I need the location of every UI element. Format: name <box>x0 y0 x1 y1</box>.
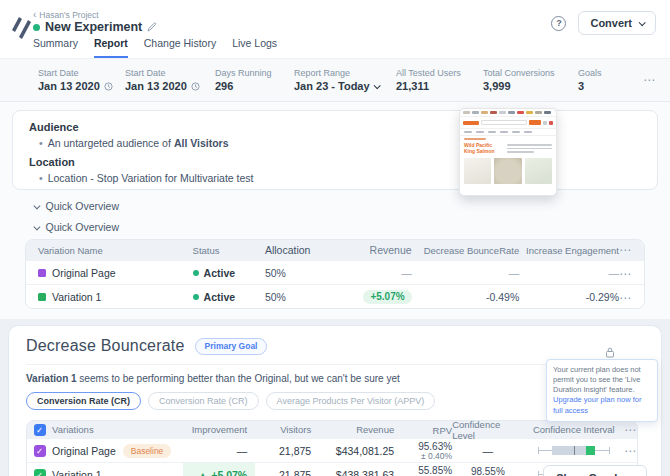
stats-more-icon[interactable]: ⋯ <box>643 74 656 86</box>
report-body: Audience •An untargeted audience ofAll V… <box>0 102 670 319</box>
stat-start-date: Start Date Jan 13 2020 <box>38 68 125 92</box>
thumb-account-icon <box>543 121 547 125</box>
chevron-down-icon <box>373 82 380 89</box>
stats-bar: Start Date Jan 13 2020 Start Date Jan 13… <box>0 58 670 102</box>
clock-icon <box>191 82 200 91</box>
upgrade-link[interactable]: Upgrade your plan now for full access <box>553 395 641 414</box>
breadcrumb[interactable]: ‹Hasan's Project <box>33 9 99 20</box>
results-row-original: ✓ Original PageBaseline — 21,875 $434,08… <box>27 438 637 462</box>
clock-icon <box>104 82 113 91</box>
audience-card: Audience •An untargeted audience ofAll V… <box>12 110 658 190</box>
experiment-title: New Experiment <box>45 20 142 34</box>
chip-conversion-rate[interactable]: Conversion Rate (CR) <box>26 392 141 410</box>
chevron-down-icon <box>34 202 40 208</box>
improvement-cell: ▲ +5.07% <box>183 463 255 476</box>
experiment-status-dot <box>33 24 40 31</box>
tab-summary[interactable]: Summary <box>33 37 78 58</box>
variation-color-swatch <box>38 269 46 277</box>
breadcrumb-label: Hasan's Project <box>39 10 98 20</box>
quick-overview-toggle-2[interactable]: Quick Overview <box>12 218 658 236</box>
goal-section: Decrease Bouncerate Primary Goal Variati… <box>8 325 662 476</box>
stat-total-conversions: Total Conversions 3,999 <box>483 68 578 92</box>
quick-table-header: Variation Name Status Allocation Revenue… <box>26 240 644 260</box>
tab-change-history[interactable]: Change History <box>144 37 216 58</box>
experiment-title-row: New Experiment <box>33 20 157 34</box>
status-badge: Active <box>193 267 265 279</box>
quick-overview-toggle[interactable]: Quick Overview <box>12 197 658 215</box>
thumb-cart-icon <box>549 121 553 125</box>
column-options-icon[interactable]: ⋯ <box>619 243 632 257</box>
status-badge: Active <box>193 291 265 303</box>
bullet-icon: • <box>39 137 43 149</box>
thumb-search-button <box>529 120 541 125</box>
select-all-checkbox[interactable]: ✓ <box>34 424 46 436</box>
edit-icon[interactable] <box>147 22 157 32</box>
show-graph-button[interactable]: Show Graph <box>543 465 647 476</box>
row-checkbox[interactable]: ✓ <box>34 445 46 457</box>
thumb-search-bar <box>481 120 527 125</box>
divider <box>26 364 574 365</box>
revenue-uplift-badge: +5.07% <box>363 290 411 304</box>
app-header: ‹Hasan's Project New Experiment ? Conver… <box>0 0 670 58</box>
chip-appv[interactable]: Average Products Per Visitor (APPV) <box>266 392 436 410</box>
bullet-icon: • <box>39 172 43 184</box>
variation-color-swatch <box>38 293 46 301</box>
convert-button[interactable]: Convert <box>578 11 656 35</box>
stat-start-date-2: Start Date Jan 13 2020 <box>125 68 215 92</box>
help-icon[interactable]: ? <box>551 16 566 31</box>
confidence-interval-chart <box>538 445 610 457</box>
row-options-icon[interactable]: ⋯ <box>619 267 632 281</box>
back-chevron-icon: ‹ <box>33 9 36 20</box>
chip-conversion-rate-2[interactable]: Conversion Rate (CR) <box>148 392 259 410</box>
tab-bar: Summary Report Change History Live Logs <box>33 37 277 58</box>
thumb-paragraph <box>507 143 552 155</box>
website-preview-thumbnail[interactable]: Wild Pacific King Salmon <box>459 108 557 196</box>
row-checkbox[interactable]: ✓ <box>34 469 46 476</box>
baseline-badge: Baseline <box>123 444 172 458</box>
thumb-content: Wild Pacific King Salmon <box>460 142 556 157</box>
quick-overview-table: Variation Name Status Allocation Revenue… <box>25 239 645 309</box>
row-options-icon[interactable]: ⋯ <box>624 445 637 457</box>
stat-goals: Goals 3 <box>578 68 612 92</box>
vwo-logo <box>10 14 32 40</box>
thumb-site-header <box>460 117 556 128</box>
thumb-product-images <box>460 157 556 185</box>
quick-table-row-variation-1: Variation 1 Active 50% +5.07% -0.49% -0.… <box>26 284 644 308</box>
column-options-icon[interactable]: ⋯ <box>624 424 637 436</box>
stat-days-running: Days Running 296 <box>215 68 294 92</box>
up-triangle-icon: ▲ <box>199 471 206 476</box>
active-dot-icon <box>193 270 199 276</box>
row-options-icon[interactable]: ⋯ <box>619 291 632 305</box>
thumb-brand-logos <box>460 109 556 117</box>
quick-table-row-original: Original Page Active 50% — — — ⋯ <box>26 260 644 284</box>
stat-all-tested-users: All Tested Users 21,311 <box>396 68 483 92</box>
thumb-site-logo <box>463 121 479 125</box>
upgrade-tooltip: Your current plan does not permit you to… <box>546 359 658 422</box>
results-table-header: ✓ Variations Improvement Visitors Revenu… <box>27 421 637 438</box>
chevron-down-icon <box>639 19 646 26</box>
convert-label: Convert <box>590 17 632 29</box>
thumb-nav-bar <box>460 128 556 136</box>
tab-report[interactable]: Report <box>94 37 128 58</box>
stat-report-range[interactable]: Report Range Jan 23 - Today <box>294 68 396 92</box>
tab-live-logs[interactable]: Live Logs <box>232 37 277 58</box>
chevron-down-icon <box>34 223 40 229</box>
active-dot-icon <box>193 294 199 300</box>
thumb-headline: Wild Pacific King Salmon <box>464 143 504 155</box>
goal-title: Decrease Bouncerate <box>26 337 185 355</box>
primary-goal-badge: Primary Goal <box>195 338 268 355</box>
